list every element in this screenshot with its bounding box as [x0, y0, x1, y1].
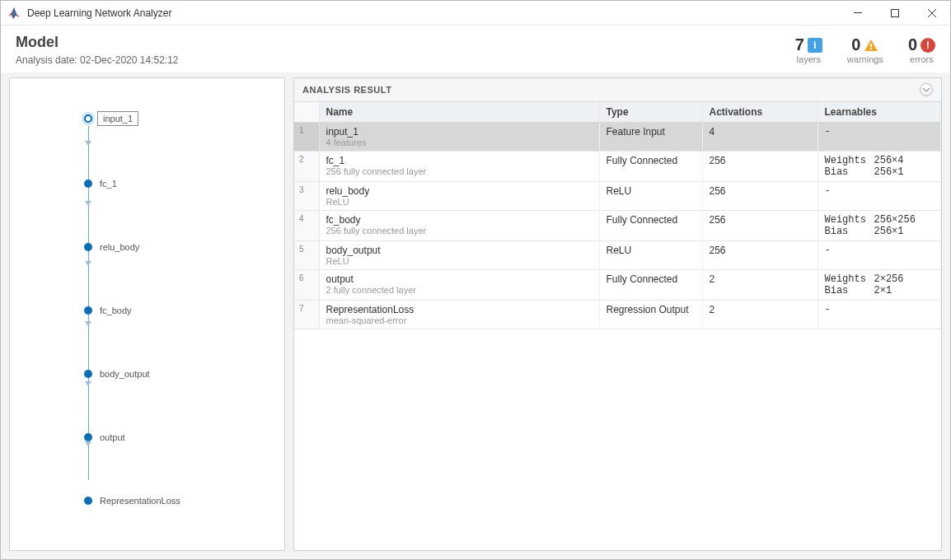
minimize-icon	[854, 9, 862, 17]
cell-learnables: Weights2×256Bias2×1	[817, 270, 941, 301]
graph-arrow-icon	[85, 381, 91, 386]
node-label: RepresentationLoss	[97, 495, 183, 506]
node-dot-icon	[84, 433, 92, 441]
cell-learnables: -	[817, 123, 941, 152]
graph-arrow-icon	[85, 141, 91, 146]
row-index: 4	[294, 211, 319, 241]
cell-name: relu_bodyReLU	[319, 182, 599, 211]
window-title: Deep Learning Network Analyzer	[27, 7, 839, 19]
col-name[interactable]: Name	[319, 102, 599, 123]
col-learnables[interactable]: Learnables	[817, 102, 941, 123]
graph-node[interactable]: relu_body	[84, 241, 284, 253]
cell-learnables: Weights256×256Bias256×1	[817, 211, 941, 241]
learnable-size: 256×1	[874, 166, 904, 178]
graph-node[interactable]: body_output	[84, 368, 284, 380]
learnable-name: Weights	[825, 214, 864, 226]
analysis-date-value: 02-Dec-2020 14:52:12	[80, 54, 178, 66]
close-icon	[928, 9, 936, 17]
graph-node[interactable]: output	[84, 432, 284, 443]
cell-activations: 256	[702, 152, 817, 182]
results-header-title: ANALYSIS RESULT	[302, 85, 391, 95]
node-label: output	[97, 432, 128, 443]
results-panel: ANALYSIS RESULT Name Type Activations Le…	[293, 77, 942, 551]
graph-node[interactable]: RepresentationLoss	[84, 495, 284, 506]
cell-type: Fully Connected	[599, 270, 702, 301]
row-index: 5	[294, 241, 319, 270]
cell-activations: 2	[702, 301, 817, 329]
learnable-size: 256×4	[874, 155, 904, 166]
node-label: fc_body	[97, 305, 134, 316]
node-dot-icon	[84, 180, 92, 188]
cell-learnables: -	[817, 241, 941, 270]
analysis-date-label: Analysis date:	[16, 54, 77, 66]
layer-name: RepresentationLoss	[326, 304, 593, 315]
chevron-down-icon	[923, 86, 930, 93]
cell-activations: 256	[702, 211, 817, 241]
close-button[interactable]	[913, 1, 950, 25]
cell-activations: 256	[702, 241, 817, 270]
graph-panel: input_1fc_1relu_bodyfc_bodybody_outputou…	[9, 77, 285, 551]
table-row[interactable]: 7RepresentationLossmean-squared-errorReg…	[294, 301, 941, 329]
learnable-size: 2×256	[874, 273, 904, 285]
header-left: Model Analysis date: 02-Dec-2020 14:52:1…	[16, 34, 795, 66]
layer-description: mean-squared-error	[326, 315, 593, 325]
table-row[interactable]: 3relu_bodyReLUReLU256-	[294, 182, 941, 211]
graph-node[interactable]: fc_body	[84, 305, 284, 316]
node-label: input_1	[97, 111, 138, 126]
maximize-icon	[891, 9, 899, 17]
cell-type: ReLU	[599, 182, 702, 211]
node-dot-icon	[84, 497, 92, 505]
maximize-button[interactable]	[876, 1, 913, 25]
layer-description: ReLU	[326, 197, 593, 207]
stat-warnings: 0 warnings	[847, 35, 883, 64]
col-type[interactable]: Type	[599, 102, 702, 123]
layer-description: ReLU	[326, 256, 593, 266]
stat-layers-label: layers	[795, 54, 822, 64]
graph-node[interactable]: input_1	[84, 111, 284, 126]
cell-activations: 4	[702, 123, 817, 152]
learnable-size: 256×256	[874, 214, 916, 226]
analysis-date: Analysis date: 02-Dec-2020 14:52:12	[16, 54, 795, 66]
minimize-button[interactable]	[839, 1, 876, 25]
table-row[interactable]: 5body_outputReLUReLU256-	[294, 241, 941, 270]
table-row[interactable]: 4fc_body256 fully connected layerFully C…	[294, 211, 941, 241]
row-index: 6	[294, 270, 319, 301]
results-header: ANALYSIS RESULT	[294, 78, 941, 102]
header-stats: 7 i layers 0 warnings 0 ! errors	[795, 34, 935, 64]
table-row[interactable]: 1input_14 featuresFeature Input4-	[294, 123, 941, 152]
cell-name: input_14 features	[319, 123, 599, 152]
graph-nodes: input_1fc_1relu_bodyfc_bodybody_outputou…	[84, 111, 284, 506]
warning-icon	[864, 38, 878, 53]
table-row[interactable]: 6output2 fully connected layerFully Conn…	[294, 270, 941, 301]
layer-description: 256 fully connected layer	[326, 166, 593, 176]
cell-type: Fully Connected	[599, 211, 702, 241]
page-title: Model	[16, 34, 795, 51]
cell-name: output2 fully connected layer	[319, 270, 599, 301]
learnable-size: 256×1	[874, 226, 904, 237]
table-row[interactable]: 2fc_1256 fully connected layerFully Conn…	[294, 152, 941, 182]
header: Model Analysis date: 02-Dec-2020 14:52:1…	[1, 26, 950, 72]
stat-errors-value: 0	[908, 35, 917, 54]
collapse-button[interactable]	[920, 83, 933, 96]
stat-errors: 0 ! errors	[908, 35, 935, 64]
graph-node[interactable]: fc_1	[84, 178, 284, 189]
cell-learnables: Weights256×4Bias256×1	[817, 152, 941, 182]
learnable-name: Bias	[825, 285, 864, 296]
graph-area[interactable]: input_1fc_1relu_bodyfc_bodybody_outputou…	[10, 78, 284, 550]
cell-name: body_outputReLU	[319, 241, 599, 270]
stat-errors-label: errors	[908, 54, 935, 64]
node-dot-icon	[84, 243, 92, 251]
stat-layers-value: 7	[795, 35, 804, 54]
svg-rect-5	[870, 48, 872, 49]
layer-name: relu_body	[326, 185, 593, 197]
node-label: body_output	[97, 368, 152, 380]
learnable-size: 2×1	[874, 285, 892, 296]
node-dot-icon	[84, 306, 92, 315]
main: input_1fc_1relu_bodyfc_bodybody_outputou…	[1, 72, 950, 559]
col-activations[interactable]: Activations	[702, 102, 817, 123]
col-index[interactable]	[294, 102, 319, 123]
stat-warnings-label: warnings	[847, 54, 883, 64]
svg-rect-1	[891, 9, 898, 16]
layer-name: fc_1	[326, 155, 593, 166]
cell-type: Feature Input	[599, 123, 702, 152]
